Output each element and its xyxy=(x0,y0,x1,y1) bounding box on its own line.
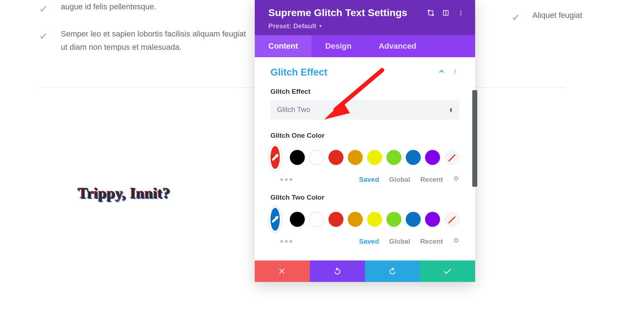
scrollbar[interactable] xyxy=(472,90,477,187)
list-item: ✔ Semper leo et sapien lobortis facilisi… xyxy=(39,27,254,54)
chevron-up-icon[interactable] xyxy=(436,67,447,78)
kebab-menu-icon[interactable] xyxy=(451,67,459,78)
glitch-one-color-block: Glitch One Color ●●● Saved Global xyxy=(270,132,459,184)
color-swatch-red[interactable] xyxy=(328,150,343,165)
glitch-effect-select[interactable]: Glitch Two ▲▼ xyxy=(270,100,459,119)
palette-tab-global[interactable]: Global xyxy=(389,238,410,245)
color-swatch-row xyxy=(270,146,459,169)
glitch-two-color-block: Glitch Two Color ●●● Saved Global xyxy=(270,194,459,245)
color-swatch-transparent[interactable] xyxy=(444,150,459,165)
list-item: ✔ Aliquet feugiat xyxy=(512,9,644,26)
glitch-text-preview[interactable]: Trippy, Innit? xyxy=(78,185,170,202)
color-swatch-orange[interactable] xyxy=(348,150,363,165)
svg-rect-0 xyxy=(429,11,433,15)
palette-tabs: ●●● Saved Global Recent xyxy=(270,175,459,184)
preset-selector[interactable]: Preset: Default ▼ xyxy=(268,22,323,30)
color-swatch-yellow[interactable] xyxy=(367,212,382,227)
panel-footer xyxy=(255,260,475,282)
expand-icon[interactable] xyxy=(426,9,435,17)
color-swatch-green[interactable] xyxy=(386,212,401,227)
save-button[interactable] xyxy=(420,260,475,282)
tab-design[interactable]: Design xyxy=(312,35,365,57)
svg-point-7 xyxy=(455,71,456,72)
list-item: ✔ augue id felis pellentesque. xyxy=(39,0,254,18)
section-header[interactable]: Glitch Effect xyxy=(270,67,459,78)
panel-header: Supreme Glitch Text Settings Preset: Def… xyxy=(255,0,475,35)
palette-tab-global[interactable]: Global xyxy=(389,176,410,184)
check-icon: ✔ xyxy=(512,9,522,26)
color-swatch-red[interactable] xyxy=(328,212,343,227)
color-swatch-blue[interactable] xyxy=(406,212,421,227)
more-dots-icon[interactable]: ●●● xyxy=(270,238,294,245)
gear-icon[interactable] xyxy=(453,237,459,245)
color-swatch-black[interactable] xyxy=(290,212,305,227)
palette-tab-saved[interactable]: Saved xyxy=(359,176,379,184)
color-swatch-purple[interactable] xyxy=(425,212,440,227)
color-swatch-black[interactable] xyxy=(290,150,305,165)
color-swatch-blue[interactable] xyxy=(406,150,421,165)
svg-point-8 xyxy=(455,73,456,74)
preset-label: Preset: Default xyxy=(268,22,316,30)
section-title: Glitch Effect xyxy=(270,67,432,78)
panel-body: Glitch Effect Glitch Effect Glitch Two ▲… xyxy=(255,57,475,282)
eyedropper-button[interactable] xyxy=(270,146,280,169)
caret-down-icon: ▼ xyxy=(318,24,323,29)
background-list: ✔ augue id felis pellentesque. ✔ Semper … xyxy=(39,0,254,63)
color-swatch-green[interactable] xyxy=(386,150,401,165)
list-item-text: Aliquet feugiat xyxy=(532,9,644,22)
svg-point-4 xyxy=(460,13,462,14)
color-swatch-white[interactable] xyxy=(309,150,324,165)
select-value: Glitch Two xyxy=(277,106,310,114)
drag-handle-icon[interactable] xyxy=(441,9,450,17)
field-label-color-one: Glitch One Color xyxy=(270,132,459,140)
tab-advanced[interactable]: Advanced xyxy=(365,35,430,57)
list-item-text: augue id felis pellentesque. xyxy=(61,0,254,13)
redo-button[interactable] xyxy=(365,260,420,282)
color-swatch-row xyxy=(270,208,459,231)
svg-point-6 xyxy=(455,69,456,70)
check-icon: ✔ xyxy=(39,27,50,45)
color-swatch-yellow[interactable] xyxy=(367,150,382,165)
color-swatch-white[interactable] xyxy=(309,212,324,227)
color-swatch-transparent[interactable] xyxy=(444,212,459,227)
select-caret-icon: ▲▼ xyxy=(449,107,453,112)
list-item-text: Semper leo et sapien lobortis facilisis … xyxy=(61,27,254,54)
kebab-menu-icon[interactable] xyxy=(457,9,465,17)
svg-point-3 xyxy=(460,10,462,11)
undo-button[interactable] xyxy=(310,260,365,282)
settings-panel: Supreme Glitch Text Settings Preset: Def… xyxy=(255,0,475,282)
tab-content[interactable]: Content xyxy=(255,35,312,57)
palette-tab-recent[interactable]: Recent xyxy=(420,176,443,184)
cancel-button[interactable] xyxy=(255,260,310,282)
palette-tab-recent[interactable]: Recent xyxy=(420,238,443,245)
palette-tabs: ●●● Saved Global Recent xyxy=(270,237,459,245)
field-label-effect: Glitch Effect xyxy=(270,88,459,96)
field-label-color-two: Glitch Two Color xyxy=(270,194,459,201)
palette-tab-saved[interactable]: Saved xyxy=(359,238,379,245)
gear-icon[interactable] xyxy=(453,175,459,184)
more-dots-icon[interactable]: ●●● xyxy=(270,176,294,183)
color-swatch-orange[interactable] xyxy=(348,212,363,227)
check-icon: ✔ xyxy=(39,0,50,18)
panel-title: Supreme Glitch Text Settings xyxy=(268,7,420,19)
panel-tabs: Content Design Advanced xyxy=(255,35,475,57)
svg-point-5 xyxy=(460,14,462,15)
color-swatch-purple[interactable] xyxy=(425,150,440,165)
background-list-right: ✔ Aliquet feugiat xyxy=(512,9,644,36)
eyedropper-button[interactable] xyxy=(270,208,280,231)
